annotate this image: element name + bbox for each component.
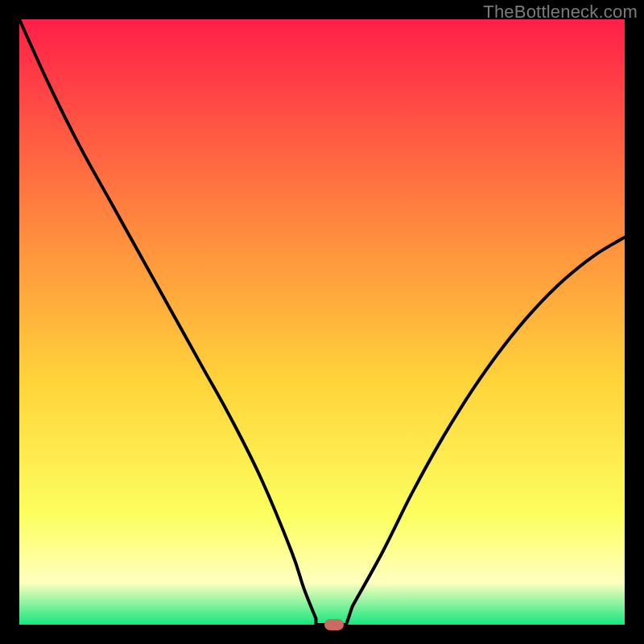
attribution-label: TheBottleneck.com <box>483 2 638 23</box>
bottleneck-chart <box>19 19 625 625</box>
chart-frame <box>19 19 625 625</box>
bottleneck-marker <box>324 619 344 630</box>
gradient-background <box>19 19 625 625</box>
